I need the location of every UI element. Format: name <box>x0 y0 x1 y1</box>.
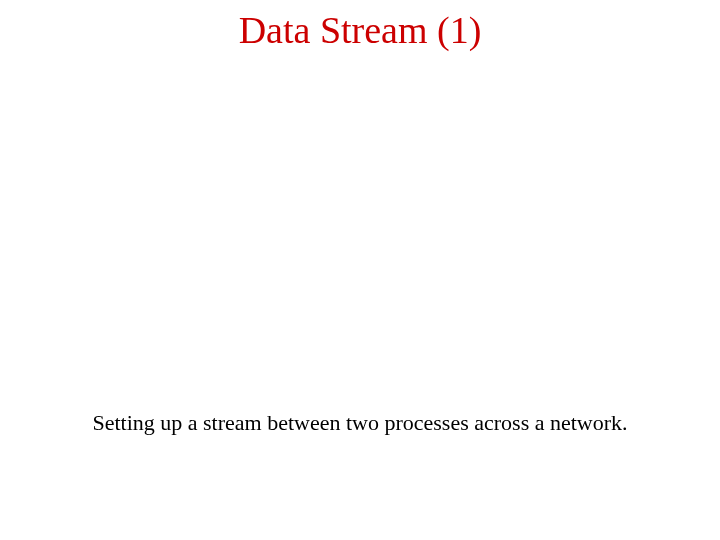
slide-caption: Setting up a stream between two processe… <box>0 410 720 436</box>
slide-title: Data Stream (1) <box>0 8 720 52</box>
